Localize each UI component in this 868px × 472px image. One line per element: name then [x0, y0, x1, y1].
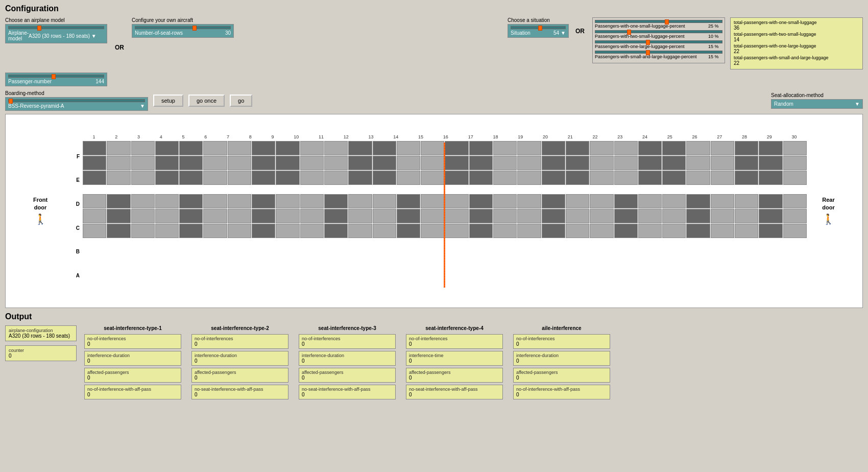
seat-B-2 — [107, 209, 130, 223]
go-button[interactable]: go — [230, 95, 252, 107]
situation-thumb[interactable] — [538, 26, 542, 31]
seat-col-27 — [711, 141, 734, 286]
row-labels: F E D C B A — [71, 145, 81, 288]
or-label-1: OR — [115, 36, 124, 51]
seat-D-23 — [614, 171, 638, 185]
seat-D-16 — [445, 171, 468, 185]
seat-C-6 — [203, 194, 227, 208]
interference-value-4-1: 0 — [409, 341, 500, 347]
go-once-button[interactable]: go once — [188, 95, 225, 107]
luggage-thumb-4[interactable] — [646, 50, 650, 55]
aisle-gap-27 — [711, 185, 734, 194]
luggage-thumb-2[interactable] — [627, 30, 631, 35]
airplane-slider-thumb[interactable] — [37, 26, 41, 31]
luggage-thumb-3[interactable] — [646, 40, 650, 45]
seat-C-27 — [711, 194, 734, 208]
seat-B-8 — [252, 209, 275, 223]
output-title: Output — [5, 312, 863, 321]
seat-F-17 — [469, 141, 493, 155]
seat-A-11 — [324, 224, 348, 238]
interference-item-4-4: no-seat-interference-with-aff-pass0 — [406, 385, 503, 399]
seat-B-28 — [735, 209, 758, 223]
seat-F-18 — [493, 141, 517, 155]
total-row-4: total-passengers-with-small-and-large-lu… — [734, 55, 859, 66]
aisle-gap-30 — [783, 185, 807, 194]
seat-col-20 — [542, 141, 565, 286]
seat-D-14 — [397, 171, 420, 185]
interference-label-3-3: affected-passengers — [302, 370, 393, 375]
seat-E-28 — [735, 156, 758, 170]
luggage-track-1 — [595, 20, 722, 23]
total-large-one-label: total-passengers-with-one-large-luggage — [734, 43, 859, 49]
seat-A-10 — [300, 224, 324, 238]
seat-E-6 — [203, 156, 227, 170]
row-label-f: F — [77, 154, 80, 159]
rear-door-label: Rear door 🚶 — [822, 196, 835, 226]
total-small-two-label: total-passengers-with-two-small-luggage — [734, 32, 859, 37]
seat-F-28 — [735, 141, 758, 155]
interference-label-2-3: affected-passengers — [195, 370, 285, 375]
seat-B-4 — [155, 209, 179, 223]
passenger-row: Passenger-number 144 — [5, 73, 863, 86]
counter-value: 0 — [9, 353, 73, 359]
interference-item-4-2: interference-time0 — [406, 351, 503, 366]
seat-A-13 — [373, 224, 396, 238]
seat-A-9 — [276, 224, 299, 238]
luggage-label-row-4: Passengers-with-small-and-large-luggage-… — [595, 54, 722, 59]
plane-wrapper: Front door 🚶 Rear door 🚶 F E D C B A — [31, 129, 837, 293]
config-section: Configuration Choose an airplane model A… — [0, 0, 868, 114]
seat-rows-thumb[interactable] — [192, 26, 197, 31]
situation-select[interactable]: 54 ▼ — [553, 30, 566, 36]
seat-C-8 — [252, 194, 275, 208]
seat-E-21 — [566, 156, 589, 170]
aisle-gap-1 — [83, 185, 106, 194]
airplane-model-select[interactable]: A320 (30 rows - 180 seats) ▼ — [29, 33, 104, 39]
seat-F-5 — [179, 141, 203, 155]
seat-col-5 — [179, 141, 203, 286]
interference-label-4-4: no-seat-interference-with-aff-pass — [409, 387, 500, 392]
seat-F-25 — [662, 141, 686, 155]
seat-B-6 — [203, 209, 227, 223]
interference-label-1-4: no-of-interference-with-aff-pass — [87, 387, 178, 392]
seat-E-9 — [276, 156, 299, 170]
seat-E-8 — [252, 156, 275, 170]
aisle-gap-16 — [445, 185, 468, 194]
situation-track — [511, 26, 566, 29]
setup-button[interactable]: setup — [153, 95, 183, 107]
seat-A-4 — [155, 224, 179, 238]
boarding-thumb[interactable] — [9, 99, 13, 104]
interference-label-3-4: no-seat-interference-with-aff-pass — [302, 387, 393, 392]
seat-D-22 — [590, 171, 613, 185]
seat-F-13 — [373, 141, 396, 155]
seat-col-11 — [324, 141, 348, 286]
interference-value-5-3: 0 — [516, 375, 607, 381]
seat-C-21 — [566, 194, 589, 208]
seat-C-13 — [373, 194, 396, 208]
seat-col-12 — [348, 141, 372, 286]
luggage-thumb-1[interactable] — [665, 19, 669, 25]
passenger-box: Passenger-number 144 — [5, 73, 107, 86]
seat-D-1 — [83, 171, 106, 185]
seat-col-28 — [735, 141, 758, 286]
seat-F-3 — [131, 141, 155, 155]
seat-E-20 — [542, 156, 565, 170]
seat-C-16 — [445, 194, 468, 208]
seat-B-19 — [517, 209, 541, 223]
interference-value-1-1: 0 — [87, 341, 178, 347]
seat-col-9 — [276, 141, 299, 286]
seat-A-30 — [783, 224, 807, 238]
seat-D-20 — [542, 171, 565, 185]
seat-B-7 — [228, 209, 251, 223]
seat-col-24 — [638, 141, 662, 286]
luggage-large-one-label: Passengers-with-one-large-luggage-percen… — [595, 44, 685, 49]
interference-value-2-3: 0 — [195, 375, 285, 381]
interference-value-2-2: 0 — [195, 358, 285, 364]
seat-C-2 — [107, 194, 130, 208]
seat-D-25 — [662, 171, 686, 185]
passenger-thumb[interactable] — [52, 74, 56, 79]
seat-B-20 — [542, 209, 565, 223]
luggage-small-one-pct: 25 % — [708, 23, 722, 29]
seat-D-26 — [686, 171, 710, 185]
interference-value-3-4: 0 — [302, 392, 393, 397]
interference-value-1-4: 0 — [87, 392, 178, 397]
